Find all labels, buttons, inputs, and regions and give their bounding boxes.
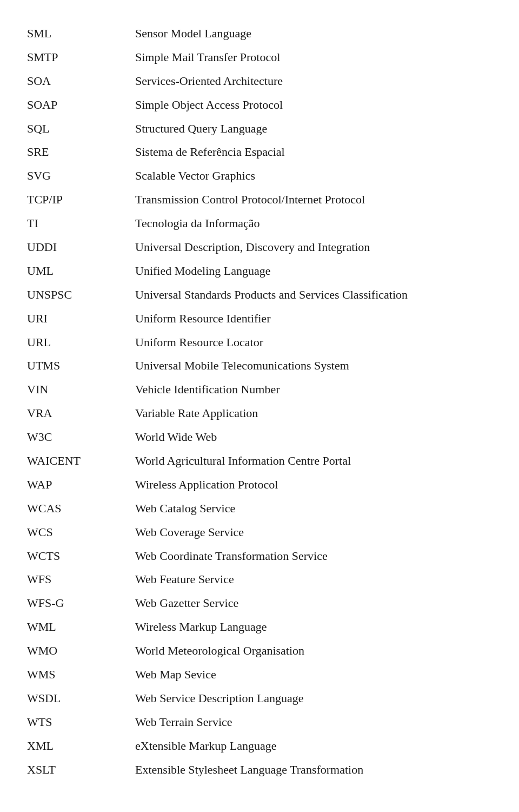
definition: Web Map Sevice xyxy=(135,663,492,686)
definition: Web Gazetter Service xyxy=(135,591,492,615)
table-row: TCP/IPTransmission Control Protocol/Inte… xyxy=(27,188,492,212)
abbreviation: XML xyxy=(27,734,135,758)
definition: Sistema de Referência Espacial xyxy=(135,140,492,164)
abbreviation: TCP/IP xyxy=(27,188,135,212)
definition: Scalable Vector Graphics xyxy=(135,164,492,188)
acronym-table: SMLSensor Model LanguageSMTPSimple Mail … xyxy=(27,22,492,782)
abbreviation: VIN xyxy=(27,378,135,401)
abbreviation: UML xyxy=(27,259,135,283)
definition: Unified Modeling Language xyxy=(135,259,492,283)
table-row: UMLUnified Modeling Language xyxy=(27,259,492,283)
definition: Wireless Application Protocol xyxy=(135,473,492,497)
definition: Sensor Model Language xyxy=(135,22,492,45)
abbreviation: SOA xyxy=(27,69,135,93)
abbreviation: WAP xyxy=(27,473,135,497)
table-row: WCSWeb Coverage Service xyxy=(27,520,492,544)
table-row: SVGScalable Vector Graphics xyxy=(27,164,492,188)
definition: World Meteorological Organisation xyxy=(135,639,492,663)
table-row: UDDIUniversal Description, Discovery and… xyxy=(27,235,492,259)
abbreviation: UNSPSC xyxy=(27,283,135,307)
abbreviation: WCS xyxy=(27,520,135,544)
abbreviation: SOAP xyxy=(27,93,135,117)
abbreviation: SMTP xyxy=(27,45,135,69)
abbreviation: URI xyxy=(27,307,135,331)
table-row: WCASWeb Catalog Service xyxy=(27,497,492,520)
table-row: WFS-GWeb Gazetter Service xyxy=(27,591,492,615)
definition: Extensible Stylesheet Language Transform… xyxy=(135,758,492,782)
table-row: SMTPSimple Mail Transfer Protocol xyxy=(27,45,492,69)
table-row: WCTSWeb Coordinate Transformation Servic… xyxy=(27,544,492,568)
table-row: UNSPSCUniversal Standards Products and S… xyxy=(27,283,492,307)
definition: Vehicle Identification Number xyxy=(135,378,492,401)
table-row: UTMSUniversal Mobile Telecomunications S… xyxy=(27,354,492,378)
table-row: VINVehicle Identification Number xyxy=(27,378,492,401)
table-row: WFSWeb Feature Service xyxy=(27,567,492,591)
definition: Web Coverage Service xyxy=(135,520,492,544)
table-row: WAICENTWorld Agricultural Information Ce… xyxy=(27,449,492,473)
definition: Web Service Description Language xyxy=(135,686,492,710)
table-row: WMOWorld Meteorological Organisation xyxy=(27,639,492,663)
abbreviation: SML xyxy=(27,22,135,45)
definition: Transmission Control Protocol/Internet P… xyxy=(135,188,492,212)
definition: eXtensible Markup Language xyxy=(135,734,492,758)
table-row: SOAPSimple Object Access Protocol xyxy=(27,93,492,117)
abbreviation: WFS-G xyxy=(27,591,135,615)
definition: Simple Object Access Protocol xyxy=(135,93,492,117)
definition: Structured Query Language xyxy=(135,117,492,141)
table-row: SQLStructured Query Language xyxy=(27,117,492,141)
definition: Universal Standards Products and Service… xyxy=(135,283,492,307)
definition: World Wide Web xyxy=(135,425,492,449)
definition: Variable Rate Application xyxy=(135,401,492,425)
definition: Universal Description, Discovery and Int… xyxy=(135,235,492,259)
definition: Simple Mail Transfer Protocol xyxy=(135,45,492,69)
definition: World Agricultural Information Centre Po… xyxy=(135,449,492,473)
abbreviation: WFS xyxy=(27,567,135,591)
definition: Wireless Markup Language xyxy=(135,615,492,639)
abbreviation: WTS xyxy=(27,710,135,734)
abbreviation: UDDI xyxy=(27,235,135,259)
definition: Web Feature Service xyxy=(135,567,492,591)
table-row: WMSWeb Map Sevice xyxy=(27,663,492,686)
table-row: SOAServices-Oriented Architecture xyxy=(27,69,492,93)
table-row: WTSWeb Terrain Service xyxy=(27,710,492,734)
table-row: XMLeXtensible Markup Language xyxy=(27,734,492,758)
definition: Web Catalog Service xyxy=(135,497,492,520)
definition: Web Coordinate Transformation Service xyxy=(135,544,492,568)
abbreviation: W3C xyxy=(27,425,135,449)
table-row: SRESistema de Referência Espacial xyxy=(27,140,492,164)
table-row: XSLTExtensible Stylesheet Language Trans… xyxy=(27,758,492,782)
table-row: WAPWireless Application Protocol xyxy=(27,473,492,497)
table-row: URIUniform Resource Identifier xyxy=(27,307,492,331)
table-row: URLUniform Resource Locator xyxy=(27,331,492,354)
abbreviation: WAICENT xyxy=(27,449,135,473)
definition: Uniform Resource Locator xyxy=(135,331,492,354)
abbreviation: WSDL xyxy=(27,686,135,710)
abbreviation: WCAS xyxy=(27,497,135,520)
table-row: SMLSensor Model Language xyxy=(27,22,492,45)
abbreviation: WCTS xyxy=(27,544,135,568)
abbreviation: SQL xyxy=(27,117,135,141)
abbreviation: UTMS xyxy=(27,354,135,378)
abbreviation: URL xyxy=(27,331,135,354)
table-row: TITecnologia da Informação xyxy=(27,212,492,235)
abbreviation: XSLT xyxy=(27,758,135,782)
abbreviation: VRA xyxy=(27,401,135,425)
definition: Universal Mobile Telecomunications Syste… xyxy=(135,354,492,378)
abbreviation: TI xyxy=(27,212,135,235)
definition: Uniform Resource Identifier xyxy=(135,307,492,331)
definition: Tecnologia da Informação xyxy=(135,212,492,235)
abbreviation: WMO xyxy=(27,639,135,663)
abbreviation: SVG xyxy=(27,164,135,188)
table-row: W3CWorld Wide Web xyxy=(27,425,492,449)
definition: Services-Oriented Architecture xyxy=(135,69,492,93)
table-row: WSDLWeb Service Description Language xyxy=(27,686,492,710)
abbreviation: SRE xyxy=(27,140,135,164)
abbreviation: WML xyxy=(27,615,135,639)
table-row: WMLWireless Markup Language xyxy=(27,615,492,639)
abbreviation: WMS xyxy=(27,663,135,686)
definition: Web Terrain Service xyxy=(135,710,492,734)
table-row: VRAVariable Rate Application xyxy=(27,401,492,425)
